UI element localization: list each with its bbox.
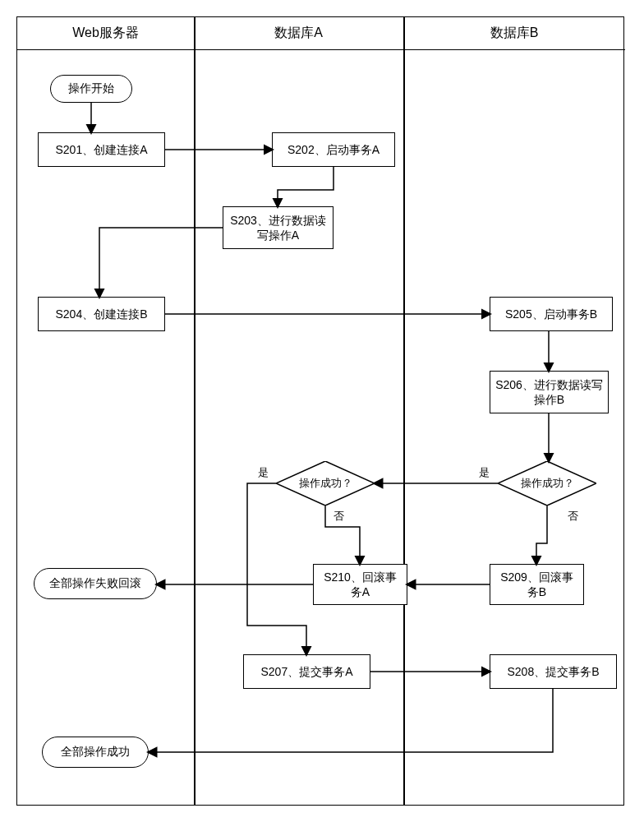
node-s204: S204、创建连接B [38,297,165,331]
decision-a: 操作成功？ [276,461,375,506]
fail-terminal: 全部操作失败回滚 [34,568,157,599]
node-s206: S206、进行数据读写操作B [490,371,609,413]
swimlane-container: Web服务器 数据库A 数据库B 操作开始 S201、创建连接A S202、启动… [16,16,624,806]
decision-a-label: 操作成功？ [299,476,352,491]
label-no-b: 否 [568,509,578,524]
decision-b: 操作成功？ [498,461,596,506]
node-s205: S205、启动事务B [490,297,613,331]
label-yes-b: 是 [479,465,490,480]
node-s201: S201、创建连接A [38,132,165,167]
decision-b-label: 操作成功？ [521,476,574,491]
node-s208: S208、提交事务B [490,654,617,689]
label-yes-a: 是 [258,465,269,480]
success-terminal: 全部操作成功 [42,737,149,768]
node-s202: S202、启动事务A [272,132,395,167]
lane-header-web: Web服务器 [17,17,194,50]
node-s209: S209、回滚事务B [490,564,584,605]
lane-header-dbb: 数据库B [403,17,625,50]
start-terminal: 操作开始 [50,75,132,103]
node-s210: S210、回滚事务A [313,564,407,605]
lane-divider-1 [194,17,196,805]
lane-header-dba: 数据库A [194,17,403,50]
node-s207: S207、提交事务A [243,654,370,689]
label-no-a: 否 [334,509,344,524]
node-s203: S203、进行数据读写操作A [223,206,334,249]
lane-divider-2 [403,17,405,805]
